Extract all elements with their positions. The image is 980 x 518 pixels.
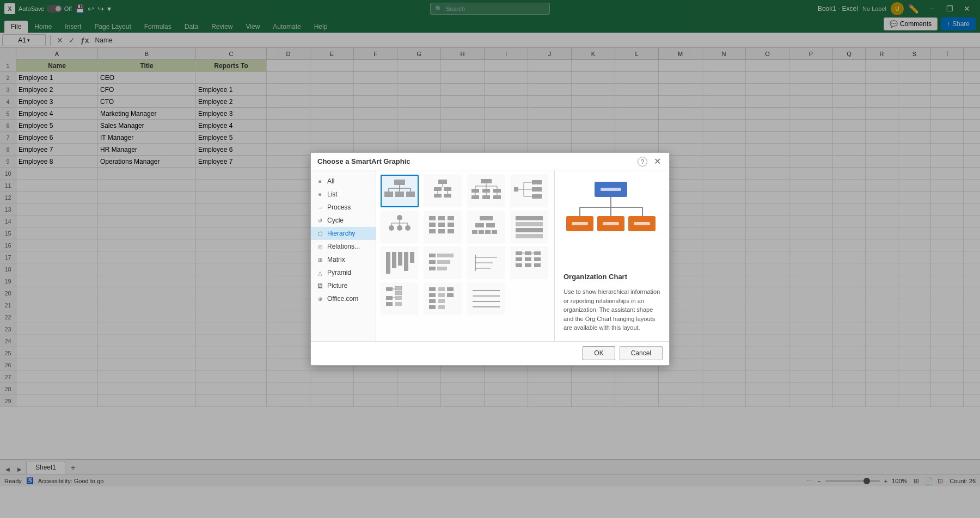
svg-rect-78 [437, 254, 454, 257]
svg-rect-107 [429, 299, 436, 303]
svg-rect-12 [444, 187, 451, 191]
dialog-title: Choose a SmartArt Graphic [317, 157, 411, 165]
thumb-8[interactable] [510, 211, 548, 243]
category-office-label: Office.com [327, 295, 358, 303]
svg-rect-54 [438, 223, 445, 227]
svg-rect-76 [429, 260, 436, 264]
svg-rect-120 [601, 188, 621, 191]
preview-description: Use to show hierarchical information or … [564, 287, 660, 332]
dialog-close-button[interactable]: ✕ [652, 156, 663, 167]
category-relationship-label: Relations... [327, 243, 360, 250]
svg-rect-127 [572, 222, 588, 225]
cancel-button[interactable]: Cancel [620, 346, 663, 360]
svg-rect-65 [492, 230, 497, 234]
svg-rect-58 [448, 229, 454, 233]
category-pyramid[interactable]: △ Pyramid [311, 266, 376, 279]
ok-button[interactable]: OK [583, 346, 615, 360]
thumb-4[interactable] [510, 175, 548, 207]
category-hierarchy[interactable]: ⬡ Hierarchy [311, 227, 376, 240]
thumb-7[interactable] [467, 211, 505, 243]
svg-rect-56 [448, 216, 454, 220]
thumb-11[interactable] [467, 246, 505, 279]
thumb-10[interactable] [424, 246, 462, 279]
svg-rect-69 [516, 234, 543, 238]
thumb-13-svg [383, 285, 416, 312]
svg-rect-100 [386, 296, 393, 300]
svg-rect-85 [516, 251, 522, 255]
thumb-3-svg [470, 177, 503, 205]
category-picture[interactable]: 🖼 Picture [311, 279, 376, 292]
svg-rect-89 [534, 251, 541, 255]
svg-rect-70 [386, 252, 390, 274]
thumb-org-chart[interactable] [381, 175, 419, 207]
category-process[interactable]: → Process [311, 201, 376, 214]
svg-rect-68 [516, 228, 543, 232]
category-all[interactable]: ≡ All [311, 175, 376, 188]
svg-rect-50 [429, 216, 436, 220]
thumb-12[interactable] [510, 246, 548, 279]
thumb-13[interactable] [381, 282, 419, 315]
list-icon: ≡ [316, 190, 324, 198]
thumb-12-svg [513, 249, 546, 276]
thumb-5[interactable] [381, 211, 419, 243]
thumb-14-svg [426, 285, 459, 312]
thumb-6[interactable] [424, 211, 462, 243]
svg-rect-77 [429, 267, 436, 270]
svg-rect-7 [395, 192, 404, 197]
svg-rect-25 [493, 189, 501, 193]
thumb-2-svg [426, 177, 459, 205]
svg-rect-72 [398, 252, 402, 266]
category-list[interactable]: ≡ List [311, 188, 376, 201]
thumb-15[interactable] [467, 282, 505, 315]
category-list-label: List [327, 190, 338, 198]
thumb-11-svg [470, 249, 503, 276]
thumb-9[interactable] [381, 246, 419, 279]
svg-rect-60 [475, 223, 484, 227]
category-matrix[interactable]: ⊞ Matrix [311, 253, 376, 266]
svg-rect-99 [395, 291, 402, 295]
svg-rect-67 [516, 222, 543, 226]
svg-rect-9 [438, 180, 447, 184]
category-office[interactable]: ⊕ Office.com [311, 292, 376, 305]
svg-rect-17 [481, 179, 492, 183]
svg-rect-113 [447, 287, 454, 291]
svg-rect-110 [438, 293, 445, 297]
svg-rect-101 [386, 302, 393, 306]
dialog-help-button[interactable]: ? [638, 157, 647, 166]
svg-rect-131 [634, 222, 650, 225]
svg-rect-63 [479, 230, 484, 234]
svg-rect-92 [534, 257, 541, 261]
svg-point-48 [397, 225, 402, 231]
cycle-icon: ↺ [316, 217, 324, 224]
svg-rect-24 [482, 189, 490, 193]
category-relationship[interactable]: ◎ Relations... [311, 240, 376, 253]
thumb-2[interactable] [424, 175, 462, 207]
svg-rect-59 [480, 216, 493, 220]
svg-point-49 [405, 225, 411, 231]
svg-rect-96 [386, 287, 393, 291]
svg-rect-6 [384, 192, 393, 197]
svg-rect-11 [434, 187, 442, 191]
svg-rect-80 [437, 267, 447, 270]
preview-image [564, 179, 659, 266]
pyramid-icon: △ [316, 269, 324, 276]
svg-rect-40 [514, 187, 518, 192]
svg-rect-8 [406, 192, 415, 197]
svg-rect-71 [392, 252, 396, 268]
thumb-9-svg [383, 249, 416, 276]
category-cycle[interactable]: ↺ Cycle [311, 214, 376, 227]
svg-rect-52 [429, 229, 436, 233]
all-icon: ≡ [316, 177, 324, 185]
thumb-3[interactable] [467, 175, 505, 207]
svg-rect-30 [482, 195, 490, 199]
thumb-14[interactable] [424, 282, 462, 315]
category-pyramid-label: Pyramid [327, 269, 351, 276]
preview-org-chart-svg [564, 179, 659, 266]
svg-rect-91 [525, 257, 531, 261]
relationship-icon: ◎ [316, 243, 324, 250]
svg-rect-66 [516, 216, 543, 220]
svg-rect-73 [404, 252, 408, 271]
dialog-overlay: Choose a SmartArt Graphic ? ✕ ≡ All ≡ Li… [0, 0, 980, 486]
preview-title: Organization Chart [564, 273, 660, 281]
svg-rect-129 [603, 222, 619, 225]
